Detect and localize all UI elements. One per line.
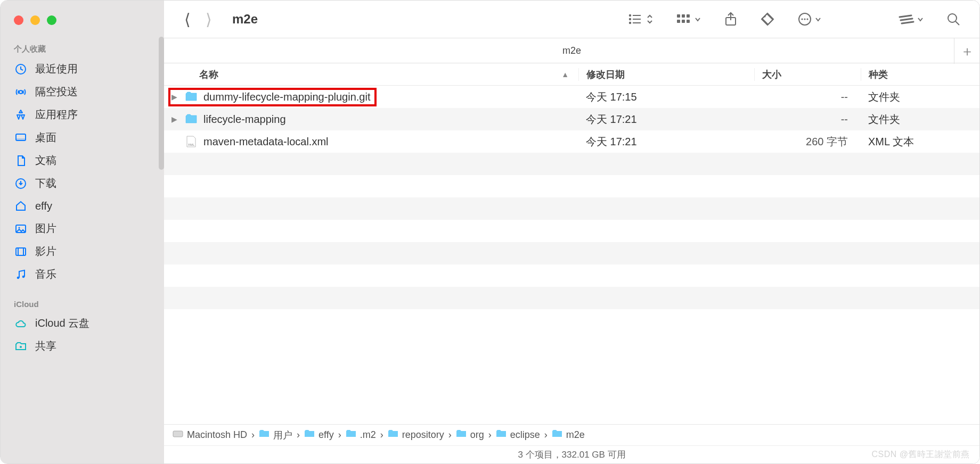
column-kind[interactable]: 种类	[861, 68, 979, 81]
svg-point-13	[630, 15, 631, 16]
sidebar-item[interactable]: 影片	[1, 240, 164, 263]
home-icon	[14, 199, 28, 213]
new-tab-button[interactable]: ＋	[954, 38, 979, 64]
sidebar-item-label: 文稿	[35, 153, 56, 168]
airdrop-icon	[14, 85, 28, 99]
share-icon	[724, 12, 738, 27]
zoom-window-button[interactable]	[47, 15, 56, 25]
sidebar-item[interactable]: 下载	[1, 172, 164, 195]
custom-tool-button[interactable]	[889, 13, 933, 26]
sidebar-item-label: iCloud 云盘	[35, 316, 89, 330]
column-date[interactable]: 修改日期	[578, 68, 754, 81]
path-crumb[interactable]: .m2	[346, 429, 376, 441]
sidebar-scrollbar[interactable]	[159, 37, 164, 170]
sort-ascending-icon: ▲	[561, 70, 569, 79]
sidebar-item[interactable]: 共享	[1, 335, 164, 358]
documents-icon	[14, 154, 28, 168]
empty-row	[164, 220, 979, 242]
path-crumb[interactable]: eclipse	[496, 429, 540, 441]
sidebar-item[interactable]: 图片	[1, 217, 164, 240]
column-name-label: 名称	[199, 68, 218, 81]
svg-point-30	[806, 18, 808, 20]
path-label: org	[470, 429, 484, 441]
path-crumb[interactable]: Macintosh HD	[173, 429, 247, 441]
file-row[interactable]: ▶ dummy-lifecycle-mapping-plugin.git 今天 …	[164, 86, 979, 108]
svg-rect-37	[173, 431, 183, 437]
desktop-icon	[14, 131, 28, 145]
svg-line-31	[900, 15, 911, 17]
sidebar-item-label: 共享	[35, 339, 56, 353]
folder-icon	[496, 429, 507, 441]
file-kind: 文件夹	[861, 90, 979, 104]
chevron-updown-icon	[646, 13, 654, 26]
shared-folder-icon	[14, 339, 28, 353]
chevron-down-icon	[694, 13, 701, 26]
status-bar: 3 个项目，332.01 GB 可用	[164, 445, 979, 463]
sidebar-item[interactable]: iCloud 云盘	[1, 312, 164, 335]
svg-rect-19	[677, 14, 680, 18]
minimize-window-button[interactable]	[30, 15, 40, 25]
close-window-button[interactable]	[14, 15, 23, 25]
tags-button[interactable]	[752, 12, 783, 27]
sidebar-item[interactable]: 桌面	[1, 126, 164, 149]
search-button[interactable]	[938, 12, 969, 26]
file-kind: 文件夹	[861, 112, 979, 127]
sidebar-item[interactable]: 文稿	[1, 149, 164, 172]
path-crumb[interactable]: m2e	[552, 429, 585, 441]
file-row[interactable]: ▶ XML maven-metadata-local.xml 今天 17:21 …	[164, 130, 979, 153]
path-bar: Macintosh HD › 用户 › effy › .m2 › reposit…	[164, 424, 979, 445]
sidebar-item[interactable]: 隔空投送	[1, 80, 164, 103]
path-crumb[interactable]: effy	[304, 429, 334, 441]
sidebar-item[interactable]: effy	[1, 195, 164, 217]
disk-icon	[173, 429, 183, 441]
sidebar-section-icloud: iCloud	[1, 295, 164, 312]
group-button[interactable]	[667, 13, 710, 26]
action-menu-button[interactable]	[789, 12, 830, 27]
file-size: --	[754, 113, 861, 126]
svg-point-28	[801, 18, 803, 20]
column-size[interactable]: 大小	[754, 68, 861, 81]
file-name: maven-metadata-local.xml	[203, 136, 329, 148]
file-row[interactable]: ▶ lifecycle-mapping 今天 17:21 -- 文件夹	[164, 108, 979, 130]
disclosure-triangle-icon[interactable]: ▶	[172, 93, 179, 101]
column-name[interactable]: 名称 ▲	[164, 68, 578, 81]
grid-group-icon	[676, 13, 692, 26]
tab-current[interactable]: m2e	[562, 45, 581, 56]
disclosure-triangle-icon[interactable]: ▶	[172, 115, 179, 123]
chevron-down-icon	[814, 13, 822, 26]
svg-point-34	[948, 14, 957, 22]
sidebar-item[interactable]: 音乐	[1, 263, 164, 286]
path-label: repository	[402, 429, 444, 441]
svg-point-12	[20, 346, 22, 348]
sidebar-item-label: 下载	[35, 176, 56, 190]
svg-rect-21	[687, 14, 690, 18]
chevron-right-icon: ›	[297, 429, 300, 441]
column-header: 名称 ▲ 修改日期 大小 种类	[164, 63, 979, 86]
sidebar-item[interactable]: 应用程序	[1, 103, 164, 126]
stripes-icon	[897, 14, 914, 24]
path-crumb[interactable]: 用户	[259, 429, 292, 442]
svg-point-6	[19, 227, 20, 228]
path-crumb[interactable]: repository	[388, 429, 444, 441]
search-icon	[946, 12, 960, 26]
tab-bar: m2e ＋	[164, 38, 979, 63]
path-crumb[interactable]: org	[456, 429, 484, 441]
chevron-down-icon	[917, 13, 924, 26]
share-button[interactable]	[715, 12, 746, 27]
back-button[interactable]: ⟨	[184, 10, 191, 29]
empty-row	[164, 242, 979, 264]
sidebar-item[interactable]: 最近使用	[1, 57, 164, 80]
sidebar-item-label: effy	[35, 200, 52, 212]
movies-icon	[14, 245, 28, 259]
view-list-button[interactable]	[619, 13, 662, 26]
file-name: lifecycle-mapping	[203, 113, 286, 126]
file-date: 今天 17:15	[578, 90, 754, 104]
sidebar-item-label: 隔空投送	[35, 85, 78, 99]
forward-button[interactable]: ⟩	[206, 10, 212, 29]
folder-icon	[184, 113, 198, 125]
empty-row	[164, 197, 979, 220]
xml-file-icon: XML	[184, 136, 198, 147]
window-title: m2e	[232, 12, 258, 27]
file-name: dummy-lifecycle-mapping-plugin.git	[203, 91, 370, 103]
music-icon	[14, 268, 28, 281]
